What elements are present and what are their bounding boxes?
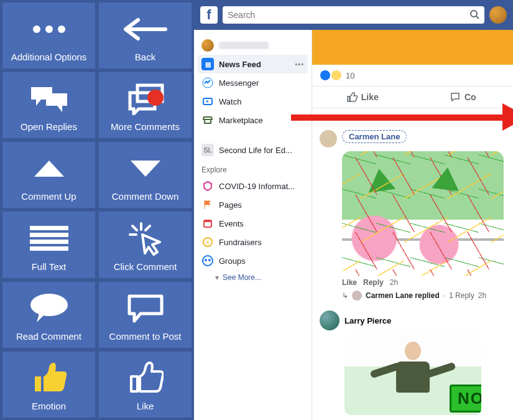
stacked-comment-icon xyxy=(100,76,190,121)
sidebar-item-marketplace[interactable]: Marketplace xyxy=(198,111,308,129)
no-sign-text: NO xyxy=(450,385,481,413)
search-input[interactable]: Search xyxy=(223,6,484,24)
post-action-bar: Like Co xyxy=(312,86,513,108)
svg-marker-6 xyxy=(131,161,160,177)
sidebar-label: News Feed xyxy=(219,60,261,69)
svg-rect-7 xyxy=(30,226,68,230)
sidebar-item-covid[interactable]: COVID-19 Informat... xyxy=(198,177,308,195)
svg-point-27 xyxy=(205,259,207,261)
reply-count: 1 Reply xyxy=(449,291,474,300)
sidebar-item-news-feed[interactable]: ▤ News Feed ••• xyxy=(198,55,308,73)
sidebar-item-events[interactable]: Events xyxy=(198,214,308,233)
tile-comment-down[interactable]: Comment Down xyxy=(99,142,192,208)
svg-rect-10 xyxy=(30,246,68,251)
svg-point-26 xyxy=(203,256,213,266)
sidebar-item-profile[interactable] xyxy=(198,36,308,55)
svg-point-15 xyxy=(30,294,68,316)
avatar-icon xyxy=(201,39,214,52)
facebook-window: f Search ▤ News Feed ••• Messenger xyxy=(194,0,513,420)
covid-icon xyxy=(201,180,214,192)
more-dots-icon[interactable]: ••• xyxy=(295,60,304,68)
comment-button[interactable]: Co xyxy=(413,86,514,108)
tile-back[interactable]: Back xyxy=(99,2,192,68)
tile-more-comments[interactable]: More Comments xyxy=(99,72,192,138)
sidebar-item-messenger[interactable]: Messenger xyxy=(198,73,308,92)
comment-image[interactable] xyxy=(342,151,504,276)
text-lines-icon xyxy=(4,215,94,261)
sidebar-item-pages[interactable]: Pages xyxy=(198,195,308,214)
group-icon: SL xyxy=(201,144,214,156)
tile-additional-options[interactable]: Additional Options xyxy=(2,2,95,68)
tile-label: Comment Down xyxy=(112,191,179,204)
facebook-logo-icon[interactable]: f xyxy=(200,6,218,24)
tile-comment-up[interactable]: Comment Up xyxy=(2,142,95,208)
sidebar-item-watch[interactable]: Watch xyxy=(198,92,308,111)
sidebar-label: Pages xyxy=(219,200,242,210)
triangle-up-icon xyxy=(4,146,94,191)
tile-label: Click Comment xyxy=(114,261,177,274)
reaction-like-icon xyxy=(320,70,331,81)
sidebar-item-group-shortcut[interactable]: SL Second Life for Ed... xyxy=(198,141,308,159)
tile-label: More Comments xyxy=(111,121,180,134)
sidebar-label: Groups xyxy=(219,256,246,266)
sidebar-section-header: Explore xyxy=(198,159,308,177)
reply-summary[interactable]: ↳ Carmen Lane replied · 1 Reply 2h xyxy=(342,291,506,306)
tile-label: Comment to Post xyxy=(109,331,182,344)
tile-open-replies[interactable]: Open Replies xyxy=(2,72,95,138)
svg-line-13 xyxy=(132,226,137,230)
sidebar-item-groups[interactable]: Groups xyxy=(198,251,308,270)
tile-label: Full Text xyxy=(32,261,67,274)
reply-avatar-icon xyxy=(352,291,362,301)
comment-image[interactable]: NO xyxy=(344,334,481,415)
assistive-grid: Additional Options Back Open Replies Mor… xyxy=(0,0,194,420)
svg-line-14 xyxy=(146,226,150,230)
tile-full-text[interactable]: Full Text xyxy=(2,212,95,278)
like-button[interactable]: Like xyxy=(312,86,413,108)
tile-read-comment[interactable]: Read Comment xyxy=(2,282,95,348)
search-placeholder: Search xyxy=(228,10,469,20)
comment-outline-icon xyxy=(100,286,190,331)
commenter-avatar[interactable] xyxy=(320,130,337,147)
reactions-row[interactable]: 10 xyxy=(312,65,513,86)
tile-like[interactable]: Like xyxy=(99,352,192,418)
pages-flag-icon xyxy=(201,198,214,211)
sidebar-label: Fundraisers xyxy=(219,238,262,247)
svg-point-0 xyxy=(33,26,40,33)
svg-point-2 xyxy=(58,26,65,33)
speech-bubble-solid-icon xyxy=(4,286,94,331)
tile-label: Additional Options xyxy=(11,52,87,65)
reaction-count: 10 xyxy=(346,71,354,80)
svg-line-18 xyxy=(476,16,479,19)
sidebar-label: Messenger xyxy=(219,78,259,88)
profile-avatar[interactable] xyxy=(489,6,507,24)
tile-click-comment[interactable]: Click Comment xyxy=(99,212,192,278)
reply-name: Carmen Lane replied xyxy=(366,291,440,300)
thumbs-up-solid-icon xyxy=(4,355,94,401)
tile-label: Comment Up xyxy=(21,191,76,204)
commenter-name[interactable]: Larry Pierce xyxy=(344,316,391,325)
sidebar-see-more[interactable]: ▾See More... xyxy=(198,270,308,285)
sidebar-item-fundraisers[interactable]: $ Fundraisers xyxy=(198,233,308,251)
watch-icon xyxy=(201,95,214,108)
sidebar-label: COVID-19 Informat... xyxy=(219,182,295,191)
comment-reply-link[interactable]: Reply xyxy=(363,278,384,287)
view-more-comments-link[interactable]: View 3 more comments xyxy=(312,108,513,128)
reaction-haha-icon xyxy=(331,70,342,81)
messenger-icon xyxy=(201,77,214,89)
comment-like-link[interactable]: Like xyxy=(342,278,357,287)
svg-rect-9 xyxy=(30,240,68,244)
commenter-name[interactable]: Carmen Lane xyxy=(342,130,407,143)
click-cursor-icon xyxy=(100,215,190,261)
tile-emotion[interactable]: Emotion xyxy=(2,352,95,418)
like-label: Like xyxy=(361,92,379,102)
svg-rect-8 xyxy=(30,233,68,237)
figure-person-icon xyxy=(391,342,435,410)
commenter-avatar[interactable] xyxy=(320,310,340,330)
more-dots-icon xyxy=(4,6,94,52)
tile-comment-to-post[interactable]: Comment to Post xyxy=(99,282,192,348)
reply-time: 2h xyxy=(478,291,486,300)
comment-meta: Like Reply 2h xyxy=(342,276,506,291)
chevron-down-icon: ▾ xyxy=(215,273,219,282)
tile-label: Read Comment xyxy=(16,331,81,344)
comment-label: Co xyxy=(464,92,476,102)
